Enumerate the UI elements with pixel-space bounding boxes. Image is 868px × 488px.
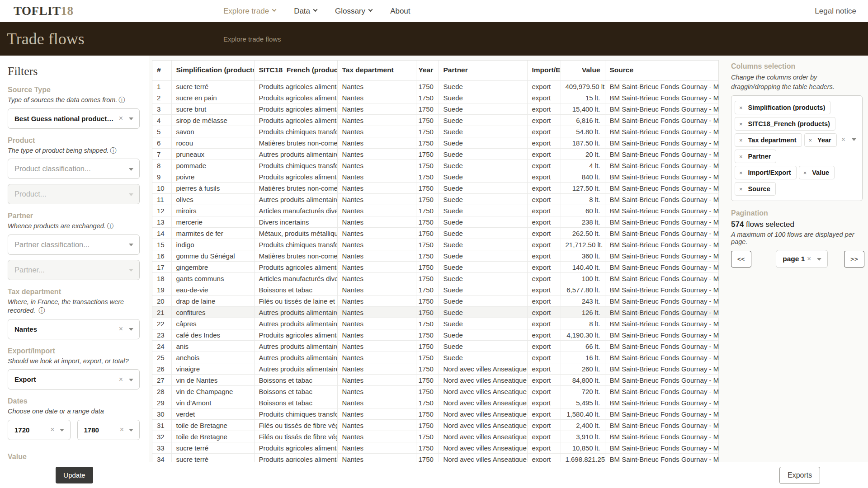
- columns-multiselect[interactable]: × Simplification (products) × SITC18_Fre…: [731, 95, 863, 201]
- exports-button[interactable]: Exports: [779, 467, 820, 484]
- clear-all-icon[interactable]: ×: [841, 136, 845, 144]
- table-row[interactable]: 8 pommade Produits chimiques transformés…: [152, 160, 719, 171]
- clear-icon[interactable]: ×: [807, 255, 811, 263]
- col-header-source[interactable]: Source: [605, 61, 719, 81]
- col-header-num[interactable]: #: [152, 61, 171, 81]
- cell-num: 32: [152, 431, 171, 442]
- table-row[interactable]: 33 sucre terré Produits agricoles alimen…: [152, 442, 719, 454]
- info-icon[interactable]: ⓘ: [118, 96, 125, 103]
- nav-item-about[interactable]: About: [390, 7, 410, 16]
- table-row[interactable]: 14 marmites de fer Métaux, produits méta…: [152, 228, 719, 239]
- table-row[interactable]: 7 pruneaux Autres produits alimentaires …: [152, 149, 719, 160]
- col-header-sitc[interactable]: SITC18_French (products): [254, 61, 337, 81]
- col-header-year[interactable]: Year: [416, 61, 439, 81]
- cell-import-export: export: [527, 397, 561, 408]
- nav-item-data[interactable]: Data: [294, 7, 317, 16]
- tax-department-select[interactable]: Nantes ×: [8, 319, 140, 339]
- table-row[interactable]: 16 gomme du Sénégal Matières brutes non-…: [152, 250, 719, 262]
- remove-column-icon[interactable]: ×: [739, 121, 743, 127]
- column-tag[interactable]: × Value: [799, 166, 835, 179]
- toflit18-logo[interactable]: TOFLIT18: [14, 4, 74, 18]
- table-row[interactable]: 24 anis Autres produits alimentaires Nan…: [152, 341, 719, 352]
- table-row[interactable]: 11 olives Autres produits alimentaires N…: [152, 194, 719, 205]
- table-row[interactable]: 21 confitures Autres produits alimentair…: [152, 307, 719, 318]
- table-row[interactable]: 19 eau-de-vie Boissons et tabac Nantes 1…: [152, 284, 719, 296]
- info-icon[interactable]: ⓘ: [107, 222, 113, 230]
- cell-num: 12: [152, 205, 171, 216]
- col-header-tax-department[interactable]: Tax department: [337, 61, 416, 81]
- info-icon[interactable]: ⓘ: [38, 307, 45, 314]
- column-tag[interactable]: × SITC18_French (products): [735, 117, 835, 131]
- column-tag[interactable]: × Source: [735, 182, 776, 196]
- page-select[interactable]: page 1 ×: [776, 250, 828, 268]
- column-tag[interactable]: × Partner: [735, 150, 776, 163]
- table-row[interactable]: 1 sucre terré Produits agricoles aliment…: [152, 81, 719, 92]
- date-from-select[interactable]: 1720 ×: [8, 420, 71, 440]
- table-row[interactable]: 3 sucre brut Produits agricoles alimenta…: [152, 103, 719, 115]
- clear-icon[interactable]: ×: [120, 426, 124, 434]
- nav-item-glossary[interactable]: Glossary: [335, 7, 372, 16]
- table-row[interactable]: 4 sirop de mélasse Produits agricoles al…: [152, 115, 719, 126]
- clear-icon[interactable]: ×: [50, 426, 54, 434]
- table-row[interactable]: 20 drap de laine Filés ou tissés de lain…: [152, 296, 719, 307]
- date-to-select[interactable]: 1780 ×: [77, 420, 140, 440]
- remove-column-icon[interactable]: ×: [739, 137, 743, 144]
- table-row[interactable]: 5 savon Produits chimiques transformés N…: [152, 126, 719, 137]
- remove-column-icon[interactable]: ×: [739, 169, 743, 176]
- table-row[interactable]: 22 câpres Autres produits alimentaires N…: [152, 318, 719, 329]
- nav-item-explore-trade[interactable]: Explore trade: [223, 7, 276, 16]
- col-header-partner[interactable]: Partner: [439, 61, 527, 81]
- remove-column-icon[interactable]: ×: [739, 104, 743, 111]
- logo-suffix: 18: [61, 4, 74, 18]
- clear-icon[interactable]: ×: [119, 114, 123, 122]
- table-row[interactable]: 10 pierres à fusils Matières brutes non-…: [152, 183, 719, 194]
- cell-tax-department: Nantes: [337, 442, 416, 454]
- col-header-simplification[interactable]: Simplification (products): [171, 61, 254, 81]
- table-row[interactable]: 12 miroirs Articles manufacturés divers …: [152, 205, 719, 216]
- partner-classification-select[interactable]: Partner classification...: [8, 235, 140, 255]
- table-row[interactable]: 9 poivre Produits agricoles alimentaires…: [152, 171, 719, 183]
- table-row[interactable]: 23 café des Indes Produits agricoles ali…: [152, 329, 719, 341]
- table-row[interactable]: 25 anchois Autres produits alimentaires …: [152, 352, 719, 363]
- remove-column-icon[interactable]: ×: [803, 169, 807, 176]
- column-tag[interactable]: × Import/Export: [735, 166, 797, 179]
- col-header-value[interactable]: Value: [561, 61, 605, 81]
- clear-icon[interactable]: ×: [119, 375, 123, 384]
- table-row[interactable]: 6 rocou Matières brutes non-comestibles …: [152, 137, 719, 149]
- table-row[interactable]: 2 sucre en pain Produits agricoles alime…: [152, 92, 719, 103]
- table-row[interactable]: 17 gingembre Produits agricoles alimenta…: [152, 262, 719, 273]
- col-header-import-export[interactable]: Import/Export: [527, 61, 561, 81]
- next-page-button[interactable]: >>: [844, 251, 864, 267]
- prev-page-button[interactable]: <<: [731, 251, 751, 267]
- info-icon[interactable]: ⓘ: [110, 147, 116, 154]
- remove-column-icon[interactable]: ×: [809, 137, 812, 144]
- column-tag[interactable]: × Year: [804, 133, 837, 147]
- update-button[interactable]: Update: [56, 467, 93, 483]
- remove-column-icon[interactable]: ×: [739, 153, 743, 160]
- table-row[interactable]: 34 sucre terré Produits agricoles alimen…: [152, 454, 719, 462]
- legal-notice-link[interactable]: Legal notice: [815, 7, 856, 16]
- product-classification-select[interactable]: Product classification...: [8, 159, 140, 179]
- table-row[interactable]: 15 indigo Produits chimiques transformés…: [152, 239, 719, 250]
- export-import-select[interactable]: Export ×: [8, 369, 140, 389]
- table-row[interactable]: 27 vin de Nantes Boissons et tabac Nante…: [152, 375, 719, 386]
- column-tag[interactable]: × Simplification (products): [735, 101, 830, 114]
- table-row[interactable]: 13 mercerie Divers incertains Nantes 175…: [152, 216, 719, 228]
- table-row[interactable]: 29 vin d'Amont Boissons et tabac Nantes …: [152, 397, 719, 408]
- cell-source: BM Saint-Brieuc Fonds Gournay - Ms 86: [605, 352, 719, 363]
- table-row[interactable]: 26 vinaigre Autres produits alimentaires…: [152, 363, 719, 375]
- page-header: Trade flows Explore trade flows: [0, 22, 868, 56]
- clear-icon[interactable]: ×: [119, 325, 123, 333]
- cell-source: BM Saint-Brieuc Fonds Gournay - Ms 86: [605, 160, 719, 171]
- remove-column-icon[interactable]: ×: [739, 186, 743, 192]
- product-select[interactable]: Product...: [8, 184, 140, 204]
- cell-source: BM Saint-Brieuc Fonds Gournay - Ms 86: [605, 205, 719, 216]
- table-row[interactable]: 30 verdet Produits chimiques transformés…: [152, 408, 719, 420]
- table-row[interactable]: 32 toile de Bretagne Filés ou tissés de …: [152, 431, 719, 442]
- source-type-select[interactable]: Best Guess national product x p... ×: [8, 108, 140, 129]
- table-row[interactable]: 28 vin de Champagne Boissons et tabac Na…: [152, 386, 719, 397]
- partner-select[interactable]: Partner...: [8, 260, 140, 280]
- column-tag[interactable]: × Tax department: [735, 133, 802, 147]
- table-row[interactable]: 31 toile de Bretagne Filés ou tissés de …: [152, 420, 719, 431]
- table-row[interactable]: 18 gants communs Articles manufacturés d…: [152, 273, 719, 284]
